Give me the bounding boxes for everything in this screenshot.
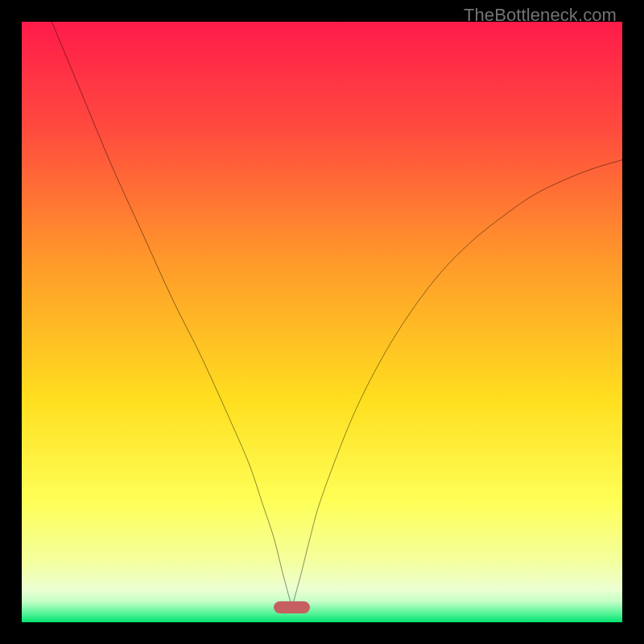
frame: TheBottleneck.com	[0, 0, 644, 644]
bottleneck-curve	[22, 22, 622, 622]
plot-area	[22, 22, 622, 622]
watermark: TheBottleneck.com	[464, 5, 617, 26]
optimum-marker	[274, 601, 310, 613]
